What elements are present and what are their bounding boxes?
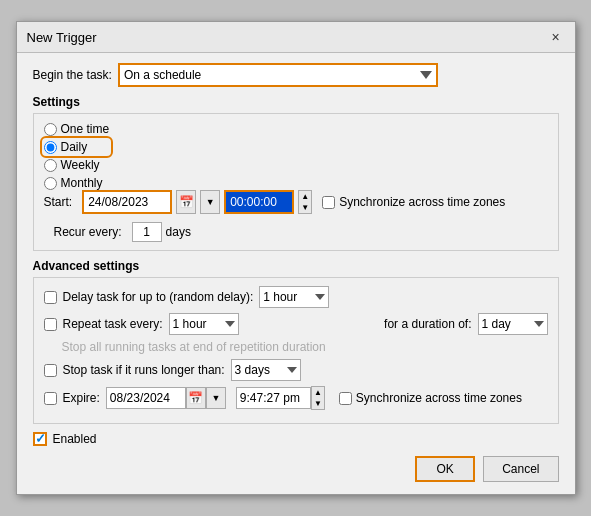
stop-task-label: Stop task if it runs longer than:: [63, 363, 225, 377]
sync-label-row[interactable]: Synchronize across time zones: [322, 195, 505, 209]
stop-all-label: Stop all running tasks at end of repetit…: [62, 340, 326, 354]
ok-button[interactable]: OK: [415, 456, 475, 482]
settings-inner: One time Daily Weekly Monthly: [44, 122, 548, 242]
start-row: Start: 📅 ▼ ▲ ▼ Synchronize across time z…: [44, 190, 506, 214]
expire-time-input[interactable]: [236, 387, 311, 409]
repeat-task-row: Repeat task every: 1 hour for a duration…: [44, 313, 548, 335]
expire-date-input[interactable]: [106, 387, 186, 409]
time-spinner[interactable]: ▲ ▼: [298, 190, 312, 214]
settings-section-label: Settings: [33, 95, 559, 109]
new-trigger-dialog: New Trigger × Begin the task: On a sched…: [16, 21, 576, 495]
expire-time-spinner[interactable]: ▲ ▼: [311, 386, 325, 410]
radio-one-time-input[interactable]: [44, 123, 57, 136]
cancel-button[interactable]: Cancel: [483, 456, 558, 482]
date-dropdown-btn[interactable]: ▼: [200, 190, 220, 214]
stop-all-row: Stop all running tasks at end of repetit…: [44, 340, 548, 354]
recur-value-input[interactable]: [132, 222, 162, 242]
expire-spin-down[interactable]: ▼: [312, 398, 324, 409]
radio-daily[interactable]: Daily: [44, 140, 110, 154]
title-bar: New Trigger ×: [17, 22, 575, 53]
expire-time-group: ▲ ▼: [236, 386, 325, 410]
repeat-task-select[interactable]: 1 hour: [169, 313, 239, 335]
stop-task-checkbox[interactable]: [44, 364, 57, 377]
expire-calendar-icon[interactable]: 📅: [186, 387, 206, 409]
expire-checkbox[interactable]: [44, 392, 57, 405]
dialog-title: New Trigger: [27, 30, 97, 45]
advanced-section-label: Advanced settings: [33, 259, 559, 273]
begin-task-row: Begin the task: On a schedule: [33, 63, 559, 87]
button-row: OK Cancel: [33, 456, 559, 482]
time-spin-up[interactable]: ▲: [299, 191, 311, 202]
start-date-input[interactable]: [82, 190, 172, 214]
radio-daily-label: Daily: [61, 140, 88, 154]
delay-task-row: Delay task for up to (random delay): 1 h…: [44, 286, 548, 308]
start-label: Start:: [44, 195, 73, 209]
schedule-radio-group: One time Daily Weekly Monthly: [44, 122, 110, 190]
radio-weekly[interactable]: Weekly: [44, 158, 110, 172]
recur-row: Recur every: days: [54, 222, 506, 242]
duration-label: for a duration of:: [384, 317, 471, 331]
close-button[interactable]: ×: [547, 28, 565, 46]
delay-task-label: Delay task for up to (random delay):: [63, 290, 254, 304]
radio-monthly-label: Monthly: [61, 176, 103, 190]
radio-one-time-label: One time: [61, 122, 110, 136]
expire-spin-up[interactable]: ▲: [312, 387, 324, 398]
expire-row: Expire: 📅 ▼ ▲ ▼ Synchronize across time …: [44, 386, 548, 410]
dialog-body: Begin the task: On a schedule Settings O…: [17, 53, 575, 494]
recur-label: Recur every:: [54, 225, 122, 239]
duration-select[interactable]: 1 day: [478, 313, 548, 335]
enabled-checkbox[interactable]: [33, 432, 47, 446]
radio-monthly-input[interactable]: [44, 177, 57, 190]
enabled-row: Enabled: [33, 432, 559, 446]
radio-one-time[interactable]: One time: [44, 122, 110, 136]
sync-checkbox[interactable]: [322, 196, 335, 209]
advanced-box: Delay task for up to (random delay): 1 h…: [33, 277, 559, 424]
stop-task-row: Stop task if it runs longer than: 3 days: [44, 359, 548, 381]
expire-sync-checkbox[interactable]: [339, 392, 352, 405]
enabled-label: Enabled: [53, 432, 97, 446]
begin-task-label: Begin the task:: [33, 68, 112, 82]
begin-task-select[interactable]: On a schedule: [118, 63, 438, 87]
delay-task-checkbox[interactable]: [44, 291, 57, 304]
repeat-task-label: Repeat task every:: [63, 317, 163, 331]
expire-date-dropdown[interactable]: ▼: [206, 387, 226, 409]
time-spin-down[interactable]: ▼: [299, 202, 311, 213]
expire-sync-row[interactable]: Synchronize across time zones: [339, 391, 522, 405]
expire-sync-label: Synchronize across time zones: [356, 391, 522, 405]
expire-label: Expire:: [63, 391, 100, 405]
radio-daily-input[interactable]: [44, 141, 57, 154]
radio-weekly-input[interactable]: [44, 159, 57, 172]
radio-monthly[interactable]: Monthly: [44, 176, 110, 190]
sync-label: Synchronize across time zones: [339, 195, 505, 209]
settings-right: Start: 📅 ▼ ▲ ▼ Synchronize across time z…: [44, 190, 506, 242]
recur-unit: days: [166, 225, 191, 239]
stop-task-select[interactable]: 3 days: [231, 359, 301, 381]
expire-date-group: 📅 ▼: [106, 387, 226, 409]
delay-task-select[interactable]: 1 hour: [259, 286, 329, 308]
repeat-task-checkbox[interactable]: [44, 318, 57, 331]
settings-box: One time Daily Weekly Monthly: [33, 113, 559, 251]
calendar-icon[interactable]: 📅: [176, 190, 196, 214]
start-time-input[interactable]: [224, 190, 294, 214]
radio-weekly-label: Weekly: [61, 158, 100, 172]
